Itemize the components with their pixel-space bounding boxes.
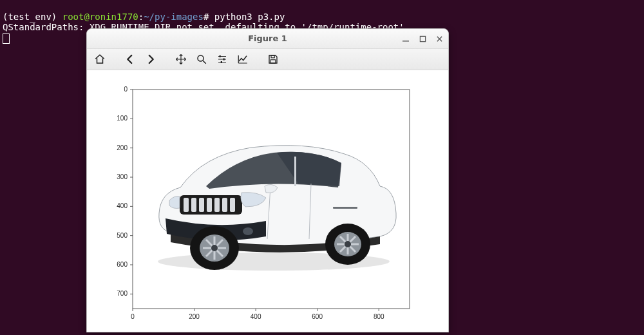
terminal-command: python3 p3.py — [214, 12, 285, 22]
svg-point-2 — [198, 55, 204, 61]
home-icon — [94, 53, 106, 65]
configure-button[interactable] — [216, 53, 229, 66]
svg-rect-0 — [402, 41, 409, 42]
pan-button[interactable] — [175, 53, 187, 66]
arrow-left-icon — [124, 53, 136, 65]
x-tick-label: 0 — [131, 313, 135, 320]
svg-point-33 — [243, 227, 253, 235]
prompt-env: (test_env) — [3, 12, 57, 22]
display-image — [145, 117, 402, 276]
forward-button[interactable] — [144, 53, 157, 66]
prompt-path: ~/py-images — [144, 12, 204, 22]
window-titlebar[interactable]: Figure 1 — [87, 29, 448, 49]
svg-rect-28 — [199, 198, 204, 212]
svg-rect-26 — [184, 198, 189, 212]
zoom-button[interactable] — [195, 53, 208, 66]
arrow-right-icon — [145, 53, 156, 65]
home-button[interactable] — [93, 53, 106, 66]
svg-rect-27 — [191, 198, 196, 212]
window-title: Figure 1 — [248, 34, 287, 43]
x-tick-label: 200 — [189, 313, 200, 320]
zoom-icon — [196, 53, 207, 65]
x-tick-label: 600 — [312, 313, 323, 320]
y-tick-label: 500 — [117, 232, 128, 239]
svg-rect-30 — [214, 198, 220, 212]
y-tick-label: 100 — [117, 115, 128, 122]
sliders-icon — [216, 53, 228, 65]
move-icon — [175, 53, 187, 65]
svg-rect-32 — [230, 198, 235, 212]
x-tick-label: 400 — [251, 313, 261, 320]
maximize-icon — [419, 35, 426, 43]
svg-rect-4 — [223, 59, 225, 61]
svg-rect-6 — [271, 55, 274, 58]
edit-axis-button[interactable] — [236, 53, 249, 66]
back-button[interactable] — [124, 53, 137, 66]
maximize-button[interactable] — [417, 34, 428, 44]
minimize-icon — [402, 35, 410, 43]
svg-point-47 — [345, 241, 351, 247]
chart-line-icon — [237, 53, 249, 65]
svg-rect-7 — [270, 60, 276, 63]
svg-rect-24 — [294, 157, 296, 186]
svg-rect-1 — [420, 36, 425, 41]
plot-canvas-area[interactable]: 0100200300400500600700 0200400600800 — [87, 70, 448, 332]
y-tick-label: 600 — [117, 261, 128, 268]
y-tick-label: 300 — [117, 173, 128, 180]
x-tick-label: 800 — [374, 313, 384, 320]
svg-rect-29 — [207, 198, 212, 212]
matplotlib-toolbar — [87, 49, 448, 70]
prompt-userhost: root@ronin1770 — [62, 12, 138, 22]
svg-rect-5 — [221, 61, 222, 63]
svg-rect-3 — [220, 55, 221, 57]
figure-window: Figure 1 — [86, 28, 449, 332]
y-tick-label: 700 — [117, 290, 128, 297]
minimize-button[interactable] — [401, 34, 411, 44]
svg-rect-48 — [333, 207, 357, 209]
svg-point-40 — [211, 245, 218, 251]
save-icon — [267, 53, 279, 65]
save-button[interactable] — [267, 53, 279, 66]
close-icon — [436, 35, 443, 43]
svg-rect-31 — [222, 198, 227, 212]
terminal-cursor — [3, 34, 10, 44]
y-tick-label: 200 — [117, 144, 128, 151]
window-controls — [401, 29, 444, 48]
y-tick-label: 400 — [117, 202, 128, 209]
y-tick-label: 0 — [124, 86, 128, 93]
close-button[interactable] — [434, 34, 444, 44]
